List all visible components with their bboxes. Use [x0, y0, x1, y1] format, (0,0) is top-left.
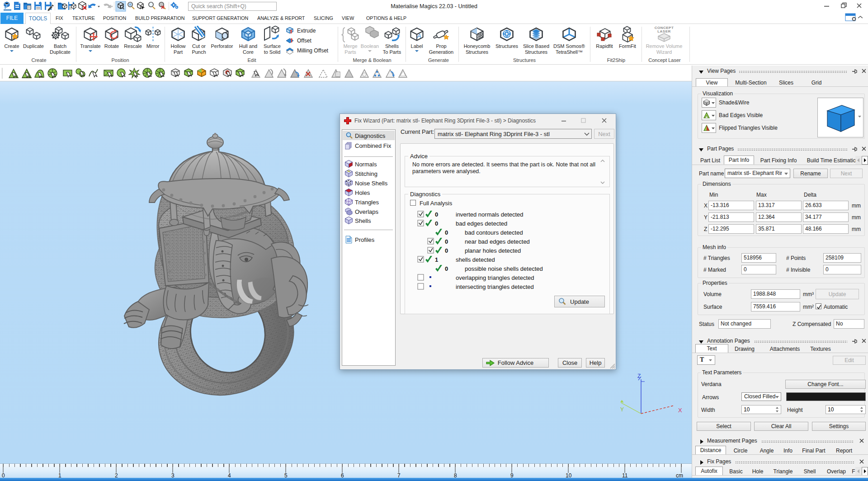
svg-text:inverted normals detected: inverted normals detected [456, 211, 524, 218]
svg-text:near bad edges detected: near bad edges detected [465, 238, 530, 245]
svg-text:0: 0 [445, 229, 448, 236]
svg-text:1: 1 [435, 256, 438, 263]
svg-text:shells detected: shells detected [456, 256, 495, 263]
svg-text:Z: Z [637, 373, 641, 379]
svg-text:bad contours detected: bad contours detected [465, 229, 523, 236]
svg-text:A: A [417, 33, 421, 39]
svg-text:0: 0 [435, 220, 438, 227]
svg-text:possible noise shells detected: possible noise shells detected [465, 265, 543, 272]
svg-text:bad edges detected: bad edges detected [456, 220, 507, 227]
svg-text:0: 0 [435, 211, 438, 218]
svg-text:0: 0 [445, 265, 448, 272]
svg-text:planar holes detected: planar holes detected [465, 247, 521, 254]
svg-text:X: X [678, 407, 682, 414]
svg-text:Y: Y [620, 406, 624, 413]
svg-text:0: 0 [445, 238, 448, 245]
svg-text:overlapping triangles detected: overlapping triangles detected [456, 274, 534, 281]
svg-text:intersecting triangles detecte: intersecting triangles detected [456, 283, 534, 290]
svg-text:0: 0 [445, 247, 448, 254]
